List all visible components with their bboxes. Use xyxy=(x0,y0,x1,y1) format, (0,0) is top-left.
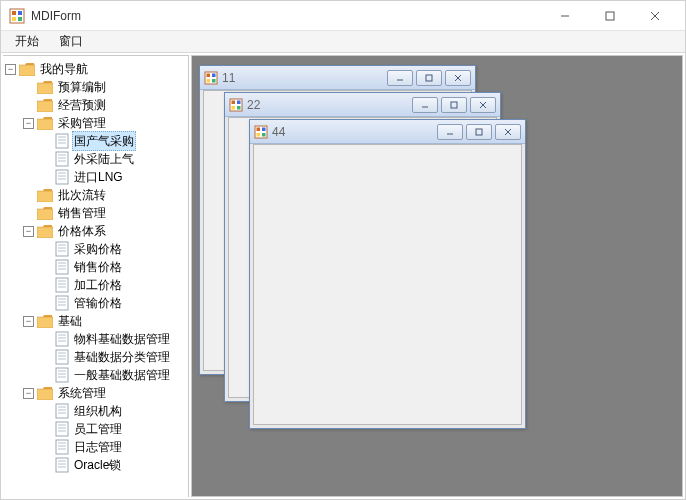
tree-item-label: 组织机构 xyxy=(72,402,124,420)
tree-item-label: 管输价格 xyxy=(72,294,124,312)
toggle-placeholder xyxy=(41,334,52,345)
child-minimize-button[interactable] xyxy=(437,124,463,140)
maximize-button[interactable] xyxy=(587,2,632,30)
svg-rect-45 xyxy=(56,332,68,346)
svg-rect-44 xyxy=(37,317,53,328)
minimize-button[interactable] xyxy=(542,2,587,30)
child-title: 22 xyxy=(247,98,412,112)
svg-rect-6 xyxy=(606,12,614,20)
collapse-icon[interactable]: − xyxy=(23,316,34,327)
tree-item[interactable]: Oracle锁 xyxy=(5,456,186,474)
tree-item-label: 加工价格 xyxy=(72,276,124,294)
svg-rect-89 xyxy=(451,102,457,108)
tree-item[interactable]: −基础 xyxy=(5,312,186,330)
svg-rect-2 xyxy=(18,11,22,15)
tree-item-label: 系统管理 xyxy=(56,384,108,402)
tree-item-label: 日志管理 xyxy=(72,438,124,456)
child-titlebar[interactable]: 44 xyxy=(250,120,525,144)
child-title: 11 xyxy=(222,71,387,85)
svg-rect-66 xyxy=(56,440,68,454)
tree-item[interactable]: 批次流转 xyxy=(5,186,186,204)
collapse-icon[interactable]: − xyxy=(5,64,16,75)
mdi-child-window[interactable]: 44 xyxy=(249,119,526,429)
tree-item-label: 员工管理 xyxy=(72,420,124,438)
tree-item-label: 基础 xyxy=(56,312,84,330)
nav-tree[interactable]: −我的导航预算编制经营预测−采购管理国产气采购外采陆上气进口LNG批次流转销售管… xyxy=(3,56,188,478)
toggle-placeholder xyxy=(23,190,34,201)
svg-rect-57 xyxy=(37,389,53,400)
tree-item[interactable]: −采购管理 xyxy=(5,114,186,132)
toggle-placeholder xyxy=(41,244,52,255)
menu-window[interactable]: 窗口 xyxy=(49,31,93,52)
svg-rect-85 xyxy=(237,100,241,104)
tree-item[interactable]: 采购价格 xyxy=(5,240,186,258)
svg-rect-93 xyxy=(257,127,261,131)
tree-item[interactable]: 员工管理 xyxy=(5,420,186,438)
tree-item[interactable]: −价格体系 xyxy=(5,222,186,240)
svg-rect-1 xyxy=(12,11,16,15)
toggle-placeholder xyxy=(23,208,34,219)
collapse-icon[interactable]: − xyxy=(23,226,34,237)
child-minimize-button[interactable] xyxy=(412,97,438,113)
child-controls xyxy=(387,70,471,86)
child-minimize-button[interactable] xyxy=(387,70,413,86)
child-maximize-button[interactable] xyxy=(441,97,467,113)
tree-item[interactable]: 管输价格 xyxy=(5,294,186,312)
svg-rect-4 xyxy=(18,17,22,21)
tree-item[interactable]: 一般基础数据管理 xyxy=(5,366,186,384)
toggle-placeholder xyxy=(41,298,52,309)
tree-item[interactable]: 物料基础数据管理 xyxy=(5,330,186,348)
svg-rect-9 xyxy=(19,65,35,76)
close-button[interactable] xyxy=(632,2,677,30)
tree-root-label: 我的导航 xyxy=(38,60,90,78)
menu-start[interactable]: 开始 xyxy=(5,31,49,52)
toggle-placeholder xyxy=(41,154,52,165)
tree-item[interactable]: 销售管理 xyxy=(5,204,186,222)
svg-rect-75 xyxy=(207,73,211,77)
tree-root[interactable]: −我的导航 xyxy=(5,60,186,78)
tree-item[interactable]: −系统管理 xyxy=(5,384,186,402)
tree-item[interactable]: 国产气采购 xyxy=(5,132,186,150)
tree-item[interactable]: 预算编制 xyxy=(5,78,186,96)
toggle-placeholder xyxy=(41,352,52,363)
tree-item[interactable]: 外采陆上气 xyxy=(5,150,186,168)
titlebar[interactable]: MDIForm xyxy=(1,1,685,31)
svg-rect-17 xyxy=(56,152,68,166)
tree-item-label: 外采陆上气 xyxy=(72,150,136,168)
svg-rect-96 xyxy=(262,133,266,137)
toggle-placeholder xyxy=(41,280,52,291)
svg-rect-25 xyxy=(37,191,53,202)
toggle-placeholder xyxy=(41,460,52,471)
collapse-icon[interactable]: − xyxy=(23,388,34,399)
svg-rect-10 xyxy=(37,83,53,94)
collapse-icon[interactable]: − xyxy=(23,118,34,129)
child-close-button[interactable] xyxy=(495,124,521,140)
svg-rect-32 xyxy=(56,260,68,274)
app-icon xyxy=(9,8,25,24)
toggle-placeholder xyxy=(41,136,52,147)
tree-item[interactable]: 基础数据分类管理 xyxy=(5,348,186,366)
child-titlebar[interactable]: 22 xyxy=(225,93,500,117)
tree-item[interactable]: 经营预测 xyxy=(5,96,186,114)
tree-item-label: 基础数据分类管理 xyxy=(72,348,172,366)
tree-item-label: 一般基础数据管理 xyxy=(72,366,172,384)
svg-rect-53 xyxy=(56,368,68,382)
tree-item[interactable]: 销售价格 xyxy=(5,258,186,276)
child-close-button[interactable] xyxy=(445,70,471,86)
tree-item[interactable]: 进口LNG xyxy=(5,168,186,186)
svg-rect-94 xyxy=(262,127,266,131)
child-maximize-button[interactable] xyxy=(416,70,442,86)
tree-item-label: 批次流转 xyxy=(56,186,108,204)
svg-rect-84 xyxy=(232,100,236,104)
child-close-button[interactable] xyxy=(470,97,496,113)
tree-item-label: 采购价格 xyxy=(72,240,124,258)
child-titlebar[interactable]: 11 xyxy=(200,66,475,90)
tree-item[interactable]: 组织机构 xyxy=(5,402,186,420)
tree-item[interactable]: 加工价格 xyxy=(5,276,186,294)
svg-rect-49 xyxy=(56,350,68,364)
toggle-placeholder xyxy=(23,82,34,93)
window-title: MDIForm xyxy=(31,9,542,23)
mdi-client-area[interactable]: 112244 xyxy=(191,55,683,497)
tree-item[interactable]: 日志管理 xyxy=(5,438,186,456)
child-maximize-button[interactable] xyxy=(466,124,492,140)
